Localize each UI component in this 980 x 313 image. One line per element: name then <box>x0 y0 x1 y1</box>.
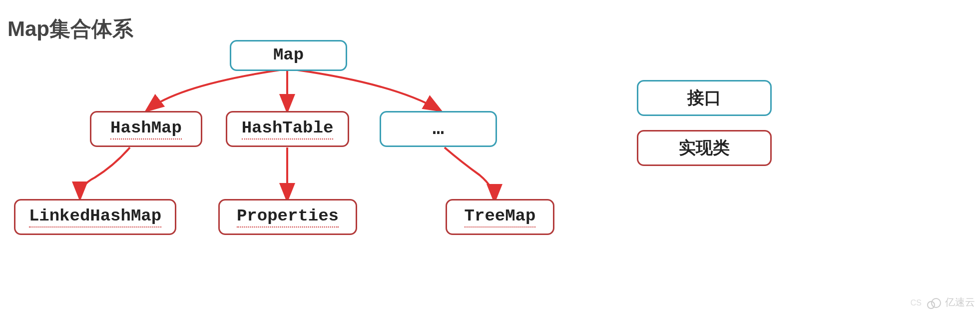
node-map-label: Map <box>273 46 304 66</box>
edge-map-ellipsis <box>297 70 440 110</box>
connectors-layer <box>0 0 980 313</box>
node-properties-label: Properties <box>237 206 339 228</box>
node-linkedhashmap: LinkedHashMap <box>14 199 176 235</box>
node-treemap: TreeMap <box>446 199 554 235</box>
legend-class: 实现类 <box>637 130 772 166</box>
watermark: CS 亿速云 <box>911 296 975 309</box>
node-properties: Properties <box>218 199 357 235</box>
legend-interface-label: 接口 <box>687 86 721 110</box>
legend-interface: 接口 <box>637 80 772 116</box>
node-hashtable: HashTable <box>226 111 349 147</box>
edge-ellipsis-treemap <box>445 148 494 200</box>
node-ellipsis: … <box>380 111 497 147</box>
node-treemap-label: TreeMap <box>465 206 536 228</box>
legend-class-label: 实现类 <box>679 136 730 160</box>
node-hashmap-label: HashMap <box>110 118 182 140</box>
watermark-text: 亿速云 <box>945 296 975 308</box>
node-ellipsis-label: … <box>433 118 444 140</box>
node-hashtable-label: HashTable <box>242 118 334 140</box>
edge-map-hashmap <box>147 70 280 110</box>
diagram-title: Map集合体系 <box>7 15 133 43</box>
node-hashmap: HashMap <box>90 111 202 147</box>
watermark-icon <box>931 298 941 308</box>
csdn-mark: CS <box>911 298 922 307</box>
node-map: Map <box>230 40 347 71</box>
edge-hashmap-linkedhashmap <box>80 148 130 198</box>
node-linkedhashmap-label: LinkedHashMap <box>29 206 161 228</box>
